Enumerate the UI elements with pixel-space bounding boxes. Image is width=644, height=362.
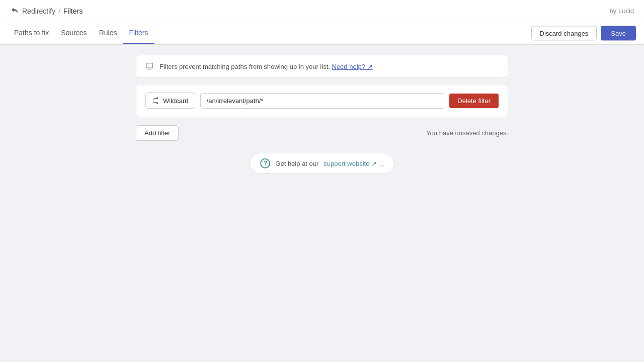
app-icon [10, 7, 19, 16]
support-box: ? Get help at our support website ↗ . [136, 153, 508, 174]
support-pill: ? Get help at our support website ↗ . [250, 153, 394, 174]
page-name: Filters [63, 7, 83, 15]
topbar: Redirectify / Filters by Lucid [0, 0, 644, 22]
delete-filter-button[interactable]: Delete filter [449, 94, 499, 108]
wildcard-type-button[interactable]: Wildcard [145, 93, 195, 109]
tab-paths[interactable]: Paths to fix [8, 22, 55, 44]
unsaved-changes-text: You have unsaved changes. [426, 129, 508, 137]
info-box: Filters prevent matching paths from show… [136, 55, 508, 78]
filter-icon [145, 62, 153, 70]
by-label: by Lucid [610, 7, 634, 15]
filter-path-input[interactable] [200, 93, 445, 109]
tab-sources[interactable]: Sources [55, 22, 93, 44]
info-box-text: Filters prevent matching paths from show… [159, 63, 373, 70]
breadcrumb: Redirectify / Filters [10, 7, 83, 16]
wildcard-icon [152, 97, 160, 105]
tab-filters[interactable]: Filters [123, 22, 154, 44]
support-period: . [382, 160, 384, 167]
tab-rules[interactable]: Rules [93, 22, 123, 44]
filter-card: Wildcard Delete filter [136, 84, 508, 117]
need-help-link[interactable]: Need help? ↗ [332, 63, 373, 70]
breadcrumb-separator: / [58, 7, 60, 15]
main-content: Filters prevent matching paths from show… [126, 45, 518, 184]
support-text: Get help at our [275, 160, 318, 167]
info-text: Filters prevent matching paths from show… [159, 63, 330, 70]
bottom-section: Add filter You have unsaved changes. [136, 125, 508, 141]
discard-changes-button[interactable]: Discard changes [531, 26, 597, 41]
help-icon: ? [260, 158, 270, 168]
svg-rect-0 [146, 63, 153, 68]
add-filter-button[interactable]: Add filter [136, 125, 179, 141]
external-link-icon: ↗ [367, 63, 373, 70]
filter-row: Wildcard Delete filter [145, 93, 499, 109]
app-name: Redirectify [22, 7, 55, 15]
external-link-icon: ↗ [371, 160, 377, 167]
wildcard-label: Wildcard [163, 97, 189, 105]
support-website-link[interactable]: support website ↗ [324, 160, 377, 167]
save-button[interactable]: Save [601, 26, 636, 41]
